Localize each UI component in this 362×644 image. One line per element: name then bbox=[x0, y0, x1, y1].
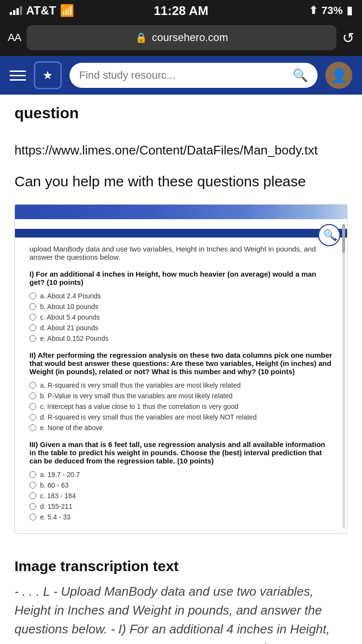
signal-bars bbox=[10, 6, 22, 15]
aa-button[interactable]: AA bbox=[8, 31, 21, 44]
wifi-icon: 📶 bbox=[60, 4, 74, 17]
transcription-title: Image transcription text bbox=[14, 558, 348, 574]
transcription-section: Image transcription text - . . . L - Upl… bbox=[0, 548, 362, 644]
url-bar[interactable]: 🔒 coursehero.com bbox=[27, 25, 336, 50]
reload-button[interactable]: ↺ bbox=[342, 29, 354, 46]
doc-option[interactable]: a. About 2.4 Pounds bbox=[29, 292, 333, 300]
time-display: 11:28 AM bbox=[153, 3, 208, 18]
status-right: ⬆ 73% ▮ bbox=[309, 4, 352, 17]
doc-question-2-text: II) After performing the regression anal… bbox=[29, 351, 333, 376]
location-icon: ⬆ bbox=[309, 4, 318, 17]
doc-question-1: I) For an additional 4 inches in Height,… bbox=[29, 270, 333, 342]
battery-icon: ▮ bbox=[347, 4, 352, 17]
doc-upload-instruction: upload ManBody data and use two variable… bbox=[29, 245, 333, 261]
show-more-link[interactable]: Show more bbox=[255, 641, 324, 644]
doc-option[interactable]: e. 5.4 - 33 bbox=[29, 513, 333, 521]
doc-question-1-text: I) For an additional 4 inches in Height,… bbox=[29, 270, 333, 286]
content-body: https://www.limes.one/Content/DataFiles/… bbox=[0, 127, 362, 548]
doc-option[interactable]: b. P-Value is very small thus the variab… bbox=[29, 392, 333, 400]
doc-option[interactable]: b. About 10 pounds bbox=[29, 303, 333, 310]
doc-option[interactable]: a. 19.7 - 20.7 bbox=[29, 471, 333, 478]
zoom-button[interactable]: 🔍+ bbox=[318, 224, 340, 246]
doc-option[interactable]: a. R-squared is very small thus the vari… bbox=[29, 381, 333, 389]
document-image: 🔍+ upload ManBody data and use two varia… bbox=[14, 204, 348, 534]
doc-option[interactable]: d. About 21 pounds bbox=[29, 324, 333, 332]
logo-star-icon: ★ bbox=[42, 69, 53, 82]
help-text: Can you help me with these questions ple… bbox=[14, 173, 348, 190]
carrier-label: AT&T bbox=[26, 4, 56, 17]
coursehero-navbar: ★ 🔍 👤 bbox=[0, 56, 362, 95]
doc-option[interactable]: d. R-squared is very small thus the vari… bbox=[29, 413, 333, 421]
battery-label: 73% bbox=[321, 4, 343, 17]
coursehero-logo[interactable]: ★ bbox=[34, 61, 62, 89]
main-content: question https://www.limes.one/Content/D… bbox=[0, 95, 362, 644]
ellipsis: ... bbox=[241, 642, 255, 644]
avatar[interactable]: 👤 bbox=[325, 62, 352, 89]
doc-question-3-text: III) Given a man that is 6 feet tall, us… bbox=[29, 440, 333, 465]
doc-option[interactable]: c. Intercept has a value close to 1 thus… bbox=[29, 403, 333, 410]
search-input[interactable] bbox=[79, 69, 287, 82]
doc-blue-bar bbox=[15, 229, 347, 238]
lock-icon: 🔒 bbox=[135, 32, 147, 43]
doc-header-stripe bbox=[15, 205, 347, 219]
browser-bar: AA 🔒 coursehero.com ↺ bbox=[0, 21, 362, 56]
doc-scrollbar[interactable] bbox=[342, 224, 345, 529]
hamburger-menu[interactable] bbox=[10, 70, 26, 81]
doc-option[interactable]: e. About 0.152 Pounds bbox=[29, 335, 333, 342]
doc-option[interactable]: c. 183 - 184 bbox=[29, 492, 333, 500]
doc-option[interactable]: c. About 5.4 pounds bbox=[29, 313, 333, 321]
doc-option[interactable]: d. 155-211 bbox=[29, 503, 333, 510]
doc-option[interactable]: e. None of the above bbox=[29, 424, 333, 432]
status-bar: AT&T 📶 11:28 AM ⬆ 73% ▮ bbox=[0, 0, 362, 21]
search-bar[interactable]: 🔍 bbox=[70, 63, 318, 88]
doc-option[interactable]: b. 60 - 63 bbox=[29, 481, 333, 489]
url-text: coursehero.com bbox=[152, 31, 228, 44]
data-url: https://www.limes.one/Content/DataFiles/… bbox=[14, 141, 348, 159]
transcription-text: - . . . L - Upload ManBody data and use … bbox=[14, 582, 348, 644]
doc-body: 🔍+ upload ManBody data and use two varia… bbox=[15, 219, 347, 533]
status-left: AT&T 📶 bbox=[10, 4, 74, 17]
search-icon: 🔍 bbox=[292, 68, 308, 83]
question-header: question bbox=[0, 95, 362, 127]
doc-question-2: II) After performing the regression anal… bbox=[29, 351, 333, 432]
doc-question-3: III) Given a man that is 6 feet tall, us… bbox=[29, 440, 333, 521]
